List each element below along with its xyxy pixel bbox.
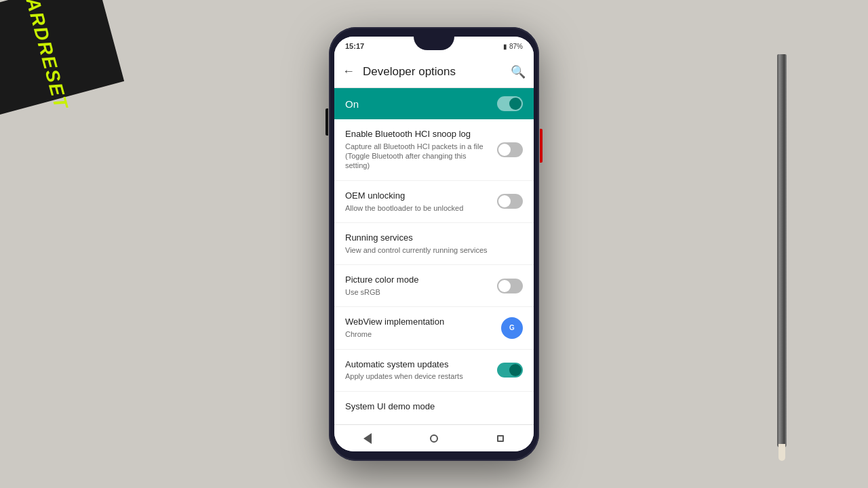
setting-picture-color[interactable]: Picture color mode Use sRGB: [334, 265, 534, 307]
setting-running-services-title: Running services: [345, 232, 523, 244]
setting-oem-unlocking[interactable]: OEM unlocking Allow the bootloader to be…: [334, 181, 534, 223]
oem-toggle[interactable]: [497, 194, 523, 209]
back-button[interactable]: ←: [342, 64, 355, 79]
status-time: 15:17: [345, 42, 364, 50]
nav-home-icon: [430, 434, 438, 443]
hard-reset-text: HARDRESET: [18, 0, 73, 112]
status-bar: 15:17 ▮ 87%: [334, 37, 534, 56]
settings-list: Enable Bluetooth HCI snoop log Capture a…: [334, 119, 534, 424]
setting-auto-updates[interactable]: Automatic system updates Apply updates w…: [334, 350, 534, 392]
nav-recent-button[interactable]: [490, 428, 511, 449]
dev-options-banner[interactable]: On: [334, 88, 534, 119]
dev-options-toggle[interactable]: [497, 96, 523, 111]
stylus: [777, 54, 787, 447]
nav-recent-icon: [497, 435, 504, 442]
setting-ui-demo[interactable]: System UI demo mode: [334, 392, 534, 424]
dev-options-label: On: [345, 98, 359, 110]
bluetooth-hci-toggle[interactable]: [497, 142, 523, 157]
setting-webview-title: WebView implementation: [345, 317, 496, 328]
nav-back-button[interactable]: [357, 428, 378, 449]
picture-color-toggle[interactable]: [497, 279, 523, 293]
power-button: [540, 129, 542, 163]
phone-screen: 15:17 ▮ 87% ← Developer options 🔍 On: [334, 37, 534, 451]
setting-auto-updates-text: Automatic system updates Apply updates w…: [345, 359, 497, 382]
app-bar: ← Developer options 🔍: [334, 56, 534, 88]
volume-button: [326, 108, 328, 136]
phone-device: 15:17 ▮ 87% ← Developer options 🔍 On: [329, 27, 539, 461]
setting-auto-updates-desc: Apply updates when device restarts: [345, 371, 490, 381]
setting-picture-color-desc: Use sRGB: [345, 287, 490, 297]
battery-indicator: ▮ 87%: [503, 43, 523, 50]
page-title: Developer options: [363, 65, 502, 79]
setting-bluetooth-hci[interactable]: Enable Bluetooth HCI snoop log Capture a…: [334, 119, 534, 181]
notch: [414, 37, 454, 50]
status-bar-right: ▮ 87%: [503, 43, 523, 50]
setting-picture-color-text: Picture color mode Use sRGB: [345, 274, 497, 297]
setting-oem-text: OEM unlocking Allow the bootloader to be…: [345, 190, 497, 213]
setting-bluetooth-hci-desc: Capture all Bluetooth HCI packets in a f…: [345, 142, 490, 171]
setting-bluetooth-hci-text: Enable Bluetooth HCI snoop log Capture a…: [345, 129, 497, 171]
setting-running-services-desc: View and control currently running servi…: [345, 245, 523, 255]
chrome-icon: G: [501, 317, 523, 339]
setting-webview-text: WebView implementation Chrome: [345, 317, 496, 339]
navigation-bar: [334, 424, 534, 451]
setting-webview[interactable]: WebView implementation Chrome G: [334, 307, 534, 349]
nav-back-icon: [363, 433, 372, 444]
toggle-thumb: [509, 98, 521, 110]
setting-picture-color-title: Picture color mode: [345, 274, 490, 286]
setting-ui-demo-title: System UI demo mode: [345, 401, 523, 413]
setting-webview-desc: Chrome: [345, 329, 496, 339]
setting-oem-title: OEM unlocking: [345, 190, 490, 202]
search-icon[interactable]: 🔍: [511, 64, 526, 79]
setting-auto-updates-title: Automatic system updates: [345, 359, 490, 371]
setting-running-services[interactable]: Running services View and control curren…: [334, 223, 534, 265]
auto-updates-toggle[interactable]: [497, 363, 523, 378]
nav-home-button[interactable]: [424, 428, 444, 449]
setting-bluetooth-hci-title: Enable Bluetooth HCI snoop log: [345, 129, 490, 140]
setting-oem-desc: Allow the bootloader to be unlocked: [345, 203, 490, 213]
